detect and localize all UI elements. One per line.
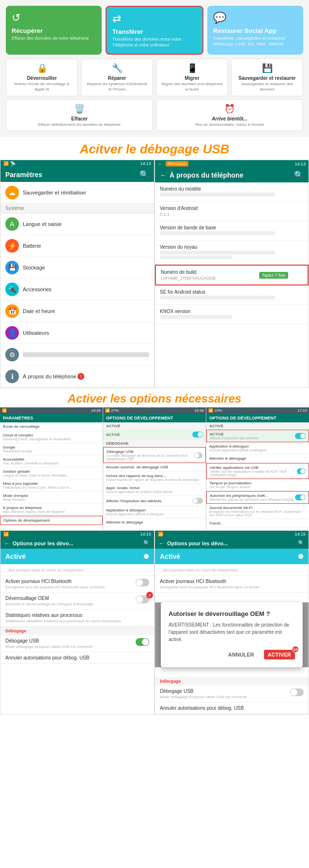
dev-placeholder-bar (23, 352, 149, 357)
stockage-icon: 💾 (5, 261, 19, 274)
bl-hci-bluetooth[interactable]: Activer journaux HCI Bluetooth Enregistr… (0, 576, 154, 593)
col2-app-deboguer[interactable]: Application à déboguer Aucune applicatio… (103, 506, 206, 518)
col1-cloud[interactable]: Cloud et comptes Samsung Cloud, Sauvegar… (0, 431, 103, 443)
col1-accessibility[interactable]: Accessibilité Vue, Audition, Dextérité e… (0, 455, 103, 467)
col2-usb-debug[interactable]: Débogage USB Le mode débogage se lance l… (103, 447, 206, 463)
br-annuler-debug[interactable]: Annuler autorisations pour débog. USB (155, 703, 309, 714)
about-build[interactable]: Numéro de build LMY48B_J700FXXU1AOGE Tap… (155, 265, 309, 285)
date-icon: 📅 (5, 304, 19, 318)
card-coming-soon: ⏰ Arrive bientôt... Plus de fonctionnali… (156, 99, 303, 131)
settings-item-stockage[interactable]: 💾 Stockage (0, 257, 154, 279)
br-hci-bluetooth[interactable]: Activer journaux HCI Bluetooth Enregistr… (155, 576, 309, 593)
br-search-icon[interactable]: 🔍 (298, 540, 305, 546)
about-modele-label: Numéro du modèle (160, 186, 304, 192)
inspection-toggle[interactable] (192, 498, 203, 504)
bl-stats[interactable]: Statistiques relatives aux processus Sta… (0, 610, 154, 627)
col1-status: 📶 19:28 (0, 407, 103, 414)
active-toggle-on[interactable] (192, 432, 203, 437)
dialog-cancel-button[interactable]: ANNULER (224, 650, 258, 659)
col1-gestion[interactable]: Gestion globale Langue et saisie, Date e… (0, 467, 103, 479)
settings-item-utilisateurs[interactable]: 👤 Utilisateurs (0, 322, 154, 344)
bl-active-toggle[interactable] (139, 554, 149, 559)
bl-hci-toggle[interactable] (136, 579, 149, 586)
col3-active-display[interactable]: ACTIVÉ Afficher l'inspection des attribu… (206, 430, 309, 442)
settings-item-accessories[interactable]: 🔌 Accessories (0, 279, 154, 300)
col3-tampon[interactable]: Tampon pr journalisation Clic 4s par Tam… (206, 479, 309, 491)
card-deverrouiller[interactable]: 🔒 Déverrouiller Retirez l'écran de verro… (6, 59, 78, 96)
bl-oem[interactable]: Déverrouillage OEM Autoriser le déverrou… (0, 593, 154, 610)
col2-inspection[interactable]: Afficher l'inspection des attributs (103, 496, 206, 506)
card-effacer[interactable]: 🗑️ Effacer Effacer définitivement les do… (6, 99, 153, 131)
dialog-buttons: ANNULER ACTIVER 10 (169, 650, 295, 659)
bl-search-icon[interactable]: 🔍 (143, 540, 150, 546)
recuperer-title: Récupérer (12, 27, 43, 34)
dialog-confirm-button[interactable]: ACTIVER 10 (264, 650, 295, 659)
col3-verifier[interactable]: Vérifier applications via USB Vérifier q… (206, 463, 309, 479)
col1-about[interactable]: À propos du téléphone État, Mentions lég… (0, 504, 103, 516)
oem-dialog: Autoriser le déverrouillage OEM ? AVERTI… (161, 602, 303, 667)
col3-wifi[interactable]: Journal documenté Wi-Fi Enregistre les i… (206, 504, 309, 519)
card-reparer[interactable]: 🔧 Réparer Réparez les systèmes iOS/Andro… (81, 59, 153, 96)
bl-app-bar: ← Options pour les dévo... 🔍 (0, 538, 154, 549)
col1-mode-emploi[interactable]: Mode d'emploi Mode d'emploi (0, 492, 103, 504)
search-icon[interactable]: 🔍 (139, 170, 149, 179)
card-transferer[interactable]: ⇄ Transférer Transférez des données entr… (106, 6, 203, 55)
settings-item-about[interactable]: ℹ À propos du téléphone 7 (0, 366, 154, 388)
col1-maj[interactable]: Mise à jour logicielle Téléchargez les m… (0, 479, 103, 492)
card-migrer[interactable]: 📱 Migrer Migrez des données d'un télépho… (156, 59, 228, 96)
bl-annuler-debug[interactable]: Annuler autorisations pour débog. USB (0, 652, 154, 664)
col2-localis[interactable]: Appli. localis. fictive Aucune applicati… (103, 484, 206, 496)
col3-transf[interactable]: Transf... (206, 519, 309, 528)
card-recuperer[interactable]: ↺ Récupérer Effacer des données de votre… (6, 6, 102, 55)
right-search-icon[interactable]: 🔍 (294, 170, 304, 180)
col2-annuler[interactable]: Annuler autorisé. de débogage USB (103, 463, 206, 472)
br-wifi-icon: 📶 (158, 532, 163, 537)
autoriser-toggle[interactable] (295, 494, 306, 500)
right-app-bar: ← À propos du téléphone 🔍 (155, 167, 309, 182)
col2-bug-reports[interactable]: Inclure des rapports de bug dans... Incl… (103, 472, 206, 484)
verifier-toggle[interactable] (297, 468, 306, 474)
br-active-toggle[interactable] (293, 554, 304, 559)
col1-title: PARAMÈTRES (3, 416, 33, 420)
retournez-badge: Retournez (166, 161, 188, 166)
migrer-desc: Migrez des données d'un téléphone à l'au… (160, 82, 224, 92)
col3-active-toggle[interactable] (295, 433, 306, 439)
bl-usb-toggle[interactable] (136, 638, 149, 646)
col1-dev-options[interactable]: Options de développement (0, 516, 103, 525)
col2-debug-section: DÉBOGAGE (103, 440, 206, 447)
heading-usb: Acitver le débogage USB (0, 137, 309, 160)
effacer-title: Effacer (71, 116, 88, 121)
about-knox-label: KNOX version (160, 309, 304, 314)
col1-google[interactable]: Google Paramètres Google (0, 443, 103, 455)
col2-attendre[interactable]: Attendre le débogage ... (103, 518, 206, 530)
br-usb-debug[interactable]: Débogage USB Mode débogage lorsqu'un câb… (155, 686, 309, 703)
bl-back-icon[interactable]: ← (4, 540, 10, 546)
settings-item-batterie[interactable]: ⚡ Batterie (0, 235, 154, 257)
deverrouiller-desc: Retirez l'écran de verrouillage & Apple … (10, 82, 74, 92)
settings-item-langue[interactable]: A Langue et saisie (0, 213, 154, 235)
last-card-row: 🗑️ Effacer Effacer définitivement les do… (6, 99, 303, 131)
settings-item-dev-placeholder[interactable]: ⚙ (0, 344, 154, 366)
col3-time: 17:15 (297, 408, 307, 413)
usb-debug-toggle[interactable] (194, 452, 202, 458)
col2-active-toggle[interactable]: ACTIVÉ (103, 430, 206, 440)
col3-attendre[interactable]: Attendre le débogage (206, 454, 309, 463)
back-arrow-icon[interactable]: ← (160, 171, 167, 179)
card-sauvegarder[interactable]: 💾 Sauvegarder et restaurer Sauvegardez e… (231, 59, 303, 96)
bl-usb-debug[interactable]: Débogage USB Mode débogage lorsqu'un câb… (0, 635, 154, 652)
settings-item-date[interactable]: 📅 Date et heure (0, 300, 154, 322)
br-active-row: Activé (155, 549, 309, 564)
right-phone-about: ← Retournez 14:13 ← À propos du téléphon… (154, 160, 309, 388)
br-usb-toggle[interactable] (290, 688, 304, 696)
card-restaurer[interactable]: 💬 Restaurer Social App Transférez, sauve… (207, 6, 303, 55)
br-back-icon[interactable]: ← (159, 540, 164, 546)
col3-autoriser[interactable]: Autoriser les périphériques d'affi... Af… (206, 491, 309, 504)
recuperer-icon: ↺ (12, 12, 20, 24)
col3-app-debog[interactable]: Application à déboguer Aucune applicatio… (206, 442, 309, 454)
col2-icons: 📶 27% (105, 408, 119, 413)
br-app-bar: ← Options pour les dévo... 🔍 (155, 538, 309, 549)
three-col-row: 📶 19:28 PARAMÈTRES Écran de verrouillage… (0, 407, 309, 530)
col1-ecran[interactable]: Écran de verrouillage (0, 422, 103, 431)
right-app-title: À propos du téléphone (170, 171, 243, 179)
settings-item-sauvegarder[interactable]: ☁ Sauvegarder et réinitialiser (0, 182, 154, 204)
